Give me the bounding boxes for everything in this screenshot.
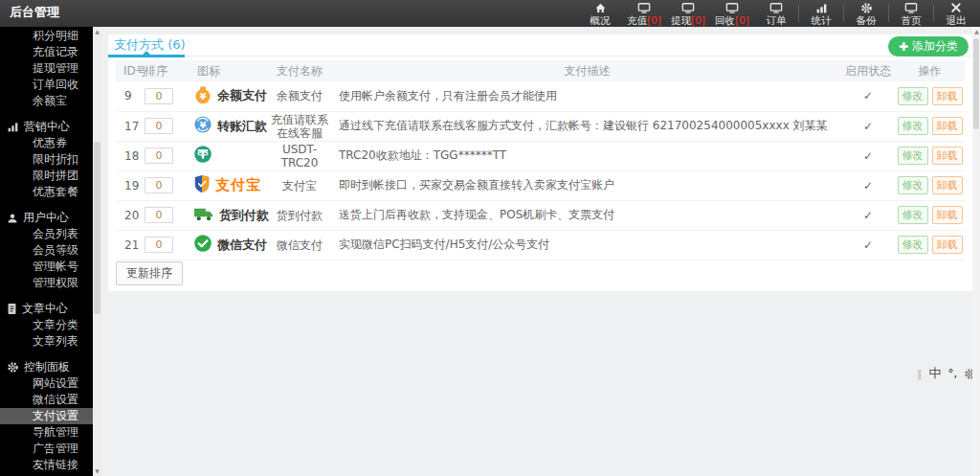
svg-text:¥: ¥: [200, 120, 207, 130]
sort-input[interactable]: [145, 237, 173, 253]
edit-button[interactable]: 修改: [898, 87, 928, 105]
edit-button[interactable]: 修改: [898, 147, 928, 165]
row-icon-cell: [189, 141, 266, 170]
sidebar-group-user-center[interactable]: 用户中心: [0, 210, 93, 226]
topbar-item-label: 首页: [902, 14, 922, 26]
sidebar-item-recharge-records[interactable]: 充值记录: [0, 44, 93, 60]
topbar-item-label: 订单: [767, 14, 787, 26]
edit-button[interactable]: 修改: [898, 176, 928, 194]
edit-button[interactable]: 修改: [898, 236, 928, 254]
topbar-item-text: 回收: [715, 14, 735, 26]
sidebar-item-friend-links[interactable]: 友情链接: [0, 457, 93, 473]
sort-input[interactable]: [145, 147, 173, 164]
enabled-status: ✓: [841, 81, 895, 111]
uninstall-button[interactable]: 卸载: [932, 147, 963, 165]
sidebar-item-article-list[interactable]: 文章列表: [0, 333, 93, 350]
sidebar-item-wechat-settings[interactable]: 微信设置: [0, 392, 93, 408]
sort-input[interactable]: [145, 118, 173, 134]
scroll-up-arrow-icon[interactable]: ▲: [93, 27, 101, 36]
payment-icon-label: 货到付款: [219, 207, 269, 224]
payment-name: 货到付款: [266, 200, 333, 230]
sidebar-item-payment-settings[interactable]: 支付设置: [0, 408, 93, 424]
topbar-item-overview[interactable]: 概况: [578, 0, 622, 27]
sidebar-group-article-center[interactable]: 文章中心: [0, 301, 93, 317]
topbar-item-text: 首页: [902, 14, 922, 26]
update-sort-button[interactable]: 更新排序: [116, 261, 183, 285]
enabled-status: ✓: [841, 230, 895, 260]
row-actions: 修改卸载: [895, 141, 965, 170]
enabled-status: ✓: [841, 141, 895, 170]
payment-name: 充值请联系在线客服: [266, 111, 333, 141]
usdt-payment-icon: [193, 145, 212, 167]
page-scrollbar-thumb[interactable]: [973, 38, 979, 129]
topbar-item-backup[interactable]: 备份: [844, 0, 888, 27]
topbar-item-recycle[interactable]: 回收[0]: [710, 0, 754, 27]
topbar-item-text: 提现: [671, 14, 691, 26]
topbar-item-withdraw[interactable]: 提现[0]: [666, 0, 710, 27]
topbar-item-text: 备份: [857, 14, 877, 26]
sidebar-item-member-level[interactable]: 会员等级: [0, 242, 93, 259]
sidebar-item-member-list[interactable]: 会员列表: [0, 226, 93, 242]
payment-description: 即时到帐接口，买家交易金额直接转入卖家支付宝账户: [333, 170, 841, 200]
add-category-button[interactable]: ✚ 添加分类: [888, 36, 969, 57]
column-header: 排序: [145, 60, 189, 81]
uninstall-button[interactable]: 卸载: [932, 176, 963, 194]
topbar-item-statistics[interactable]: 统计: [799, 0, 843, 27]
payment-icon-wrap: ¥余额支付: [189, 85, 266, 107]
uninstall-button[interactable]: 卸载: [932, 87, 963, 105]
sidebar-item-order-recycle[interactable]: 订单回收: [0, 77, 93, 93]
sort-input[interactable]: [145, 207, 173, 223]
sidebar-item-manage-permission[interactable]: 管理权限: [0, 275, 93, 291]
sidebar-group-control-panel[interactable]: 控制面板: [0, 359, 93, 375]
sidebar-item-nav-manage[interactable]: 导航管理: [0, 424, 93, 441]
sidebar-item-ad-manage[interactable]: 广告管理: [0, 441, 93, 457]
topbar-item-orders[interactable]: 订单: [754, 0, 798, 27]
scroll-up-arrow-icon[interactable]: ▲: [972, 27, 980, 36]
edit-button[interactable]: 修改: [898, 117, 928, 135]
row-sort-cell: [145, 141, 189, 170]
payment-icon-wrap: 支付宝: [189, 174, 266, 196]
sidebar-item-package-deals[interactable]: 优惠套餐: [0, 184, 93, 200]
uninstall-button[interactable]: 卸载: [932, 236, 963, 254]
edit-button[interactable]: 修改: [898, 206, 928, 224]
sidebar-item-points-detail[interactable]: 积分明细: [0, 28, 93, 44]
gear-icon: [860, 2, 873, 14]
table-body: 9¥余额支付余额支付使用帐户余额支付，只有注册会员才能使用✓修改卸载17¥转账汇…: [116, 81, 965, 260]
payment-description: 通过线下充值请联系在线客服方式支付，汇款帐号：建设银行 621700254000…: [333, 111, 841, 141]
payment-name: 支付宝: [266, 170, 333, 200]
uninstall-button[interactable]: 卸载: [932, 206, 963, 224]
sidebar-item-flash-groupbuy[interactable]: 限时拼团: [0, 168, 93, 184]
topbar-item-recharge[interactable]: 充值[0]: [622, 0, 666, 27]
sidebar-item-article-category[interactable]: 文章分类: [0, 317, 93, 333]
sidebar-scrollbar-thumb[interactable]: [94, 142, 100, 314]
stats-icon: [7, 121, 19, 133]
sidebar-item-withdraw-manage[interactable]: 提现管理: [0, 60, 93, 77]
table-row: 18USDT-TRC20TRC20收款地址：TGG******TT✓修改卸载: [116, 141, 965, 170]
monitor-icon: [725, 2, 739, 14]
row-sort-cell: [145, 111, 189, 141]
ime-mode-indicator[interactable]: 中: [929, 365, 942, 382]
topbar-item-label: 备份: [857, 14, 877, 26]
sidebar-item-coupons[interactable]: 优惠券: [0, 135, 93, 151]
topbar-item-text: 充值: [627, 14, 647, 26]
scroll-down-arrow-icon[interactable]: ▼: [93, 466, 101, 476]
row-actions: 修改卸载: [895, 81, 965, 111]
tab-payment-methods[interactable]: 支付方式 (6): [108, 34, 199, 57]
topbar-item-text: 概况: [590, 14, 611, 26]
topbar-item-logout[interactable]: 退出: [934, 0, 978, 27]
ime-punctuation-indicator[interactable]: °,: [948, 367, 958, 380]
row-sort-cell: [145, 170, 189, 200]
app-title: 后台管理: [10, 0, 59, 25]
sidebar-group-label: 用户中心: [23, 210, 69, 226]
sidebar-item-flash-discount[interactable]: 限时折扣: [0, 151, 93, 168]
topbar-item-homepage[interactable]: 首页: [889, 0, 933, 27]
sidebar-item-manage-account[interactable]: 管理帐号: [0, 259, 93, 275]
uninstall-button[interactable]: 卸载: [932, 117, 963, 135]
page-scrollbar[interactable]: ▲: [972, 27, 980, 476]
sidebar-item-yuebao[interactable]: 余额宝: [0, 93, 93, 109]
sidebar-scrollbar[interactable]: ▲ ▼: [93, 27, 101, 476]
sidebar-group-marketing-center[interactable]: 营销中心: [0, 119, 93, 135]
sort-input[interactable]: [145, 177, 173, 193]
sidebar-item-site-settings[interactable]: 网站设置: [0, 375, 93, 392]
sort-input[interactable]: [145, 88, 173, 104]
